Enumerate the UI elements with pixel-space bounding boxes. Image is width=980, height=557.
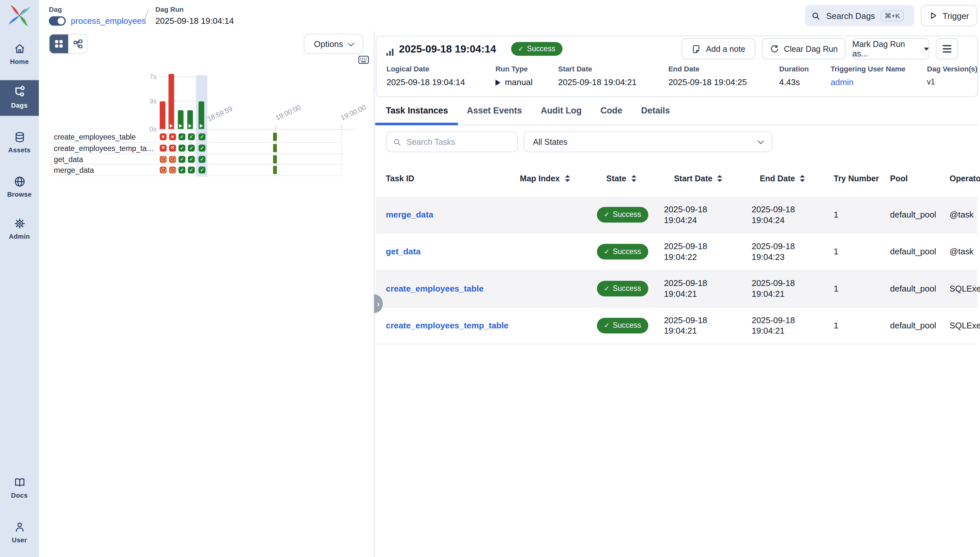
options-button[interactable]: Options bbox=[304, 34, 363, 54]
top-header: Dag process_employees Dag Run 2025-09-18… bbox=[39, 0, 980, 31]
sidebar-item-docs[interactable]: Docs bbox=[0, 474, 39, 499]
task-state-success-icon[interactable] bbox=[199, 167, 205, 174]
col-start-date: Start Date bbox=[674, 174, 722, 183]
add-note-button[interactable]: Add a note bbox=[682, 38, 755, 59]
search-tasks-input[interactable] bbox=[406, 137, 501, 147]
start-date-cell: 2025-09-18 19:04:21 bbox=[664, 278, 734, 299]
airflow-app-window: Home Dags Assets Browse Admin Docs User … bbox=[0, 0, 980, 557]
grid-task-label[interactable]: get_data bbox=[54, 155, 83, 164]
task-state-failed-icon[interactable] bbox=[169, 145, 176, 151]
breadcrumb-dagrun-label: Dag Run bbox=[155, 5, 184, 13]
keyboard-shortcuts-icon[interactable] bbox=[358, 55, 369, 65]
state-filter-select[interactable]: All States bbox=[523, 132, 772, 152]
sort-icon[interactable] bbox=[800, 175, 805, 182]
gantt-mini-bar[interactable] bbox=[273, 144, 277, 152]
x-axis-tick-label: 19:00:00 bbox=[339, 103, 367, 122]
sidebar-item-label: Assets bbox=[8, 146, 30, 153]
grid-task-label[interactable]: merge_data bbox=[54, 166, 94, 175]
pool-cell: default_pool bbox=[890, 209, 936, 220]
sidebar-item-home[interactable]: Home bbox=[0, 40, 39, 65]
task-state-upstream_failed-icon[interactable]: ↑ bbox=[169, 167, 176, 174]
grid-task-row: create_employees_table bbox=[49, 132, 342, 143]
airflow-logo[interactable] bbox=[8, 4, 31, 28]
table-row: create_employees_table✓Success2025-09-18… bbox=[376, 270, 977, 307]
play-icon bbox=[929, 11, 938, 20]
task-state-success-icon[interactable] bbox=[188, 145, 195, 151]
task-state-success-icon[interactable] bbox=[188, 156, 195, 163]
x-axis-tick-label: 19:00:00 bbox=[274, 103, 302, 122]
sidebar-item-assets[interactable]: Assets bbox=[0, 129, 39, 154]
tab-code[interactable]: Code bbox=[601, 105, 623, 124]
grid-task-label[interactable]: create_employees_table bbox=[54, 133, 136, 142]
manual-run-play-icon bbox=[200, 124, 203, 128]
graph-view-button[interactable] bbox=[68, 34, 87, 54]
meta-triggering-user: Triggering User Name admin bbox=[831, 65, 905, 87]
gantt-mini-bar[interactable] bbox=[273, 155, 277, 163]
trigger-button[interactable]: Trigger bbox=[921, 5, 977, 26]
gantt-mini-bar[interactable] bbox=[273, 133, 277, 141]
sort-icon[interactable] bbox=[631, 175, 636, 182]
dag-pause-toggle[interactable] bbox=[49, 16, 66, 26]
task-state-upstream_failed-icon[interactable]: ↑ bbox=[169, 156, 176, 163]
dag-run-bar[interactable] bbox=[178, 110, 183, 129]
task-state-success-icon[interactable] bbox=[199, 134, 205, 140]
task-state-failed-icon[interactable] bbox=[160, 145, 167, 151]
grid-view-button[interactable] bbox=[50, 34, 68, 54]
sidebar-item-admin[interactable]: Admin bbox=[0, 215, 39, 240]
tab-details[interactable]: Details bbox=[641, 105, 670, 124]
tab-asset-events[interactable]: Asset Events bbox=[467, 105, 522, 124]
grid-column-line bbox=[341, 129, 342, 177]
task-state-upstream_failed-icon[interactable]: ↑ bbox=[160, 156, 167, 163]
grid-task-label[interactable]: create_employees_temp_table bbox=[54, 144, 157, 153]
task-state-success-icon[interactable] bbox=[178, 167, 185, 174]
tab-audit-log[interactable]: Audit Log bbox=[541, 105, 582, 124]
task-state-success-icon[interactable] bbox=[178, 134, 185, 140]
task-id-link[interactable]: get_data bbox=[386, 246, 509, 257]
task-state-success-icon[interactable] bbox=[178, 145, 185, 151]
x-axis-line bbox=[158, 129, 356, 130]
search-shortcut-badge: ⌘+K bbox=[881, 10, 904, 21]
task-state-success-icon[interactable] bbox=[199, 156, 205, 163]
check-icon: ✓ bbox=[604, 283, 610, 294]
sidebar-item-user[interactable]: User bbox=[0, 518, 39, 544]
task-state-success-icon[interactable] bbox=[188, 167, 195, 174]
sidebar-item-browse[interactable]: Browse bbox=[0, 173, 39, 198]
home-icon bbox=[13, 43, 26, 55]
dag-run-bar[interactable] bbox=[199, 101, 204, 129]
task-id-link[interactable]: merge_data bbox=[386, 209, 509, 220]
y-axis-tick-label: 7s bbox=[149, 73, 157, 80]
task-id-link[interactable]: create_employees_table bbox=[386, 283, 509, 294]
mark-dag-run-as-button[interactable]: Mark Dag Run as... bbox=[852, 38, 929, 59]
dag-run-bar[interactable] bbox=[187, 110, 193, 129]
grid-task-row: merge_data↑↑ bbox=[49, 164, 342, 176]
chevron-down-icon bbox=[348, 40, 354, 46]
sort-icon[interactable] bbox=[717, 175, 722, 182]
task-state-success-icon[interactable] bbox=[178, 156, 185, 163]
dag-run-bar[interactable] bbox=[160, 101, 165, 129]
sidebar-item-dags[interactable]: Dags bbox=[0, 80, 39, 116]
state-cell: ✓Success bbox=[597, 207, 648, 223]
search-dags-button[interactable]: Search Dags ⌘+K bbox=[805, 5, 915, 26]
task-id-link[interactable]: create_employees_temp_table bbox=[386, 320, 509, 331]
tab-task-instances[interactable]: Task Instances bbox=[386, 105, 448, 124]
task-state-upstream_failed-icon[interactable]: ↑ bbox=[160, 167, 167, 174]
clear-dag-run-button[interactable]: Clear Dag Run bbox=[762, 38, 846, 59]
note-icon bbox=[691, 44, 701, 54]
success-badge: ✓Success bbox=[597, 281, 648, 296]
check-icon: ✓ bbox=[604, 246, 610, 257]
task-state-success-icon[interactable] bbox=[199, 145, 205, 151]
docs-icon bbox=[13, 476, 26, 489]
grid-icon bbox=[54, 39, 63, 48]
col-end-date: End Date bbox=[760, 174, 805, 183]
breadcrumb-dag-name-link[interactable]: process_employees bbox=[71, 16, 146, 26]
triggering-user-link[interactable]: admin bbox=[831, 78, 905, 87]
run-menu-button[interactable] bbox=[936, 38, 958, 59]
up-arrow-icon: ↑ bbox=[160, 156, 165, 161]
dag-run-bar[interactable] bbox=[168, 74, 174, 129]
task-state-success-icon[interactable] bbox=[188, 134, 195, 140]
sort-icon[interactable] bbox=[565, 175, 570, 182]
gantt-mini-bar[interactable] bbox=[273, 166, 277, 174]
task-state-failed-icon[interactable] bbox=[169, 134, 176, 140]
task-state-failed-icon[interactable] bbox=[160, 134, 167, 140]
operator-cell: SQLExec bbox=[950, 320, 980, 331]
